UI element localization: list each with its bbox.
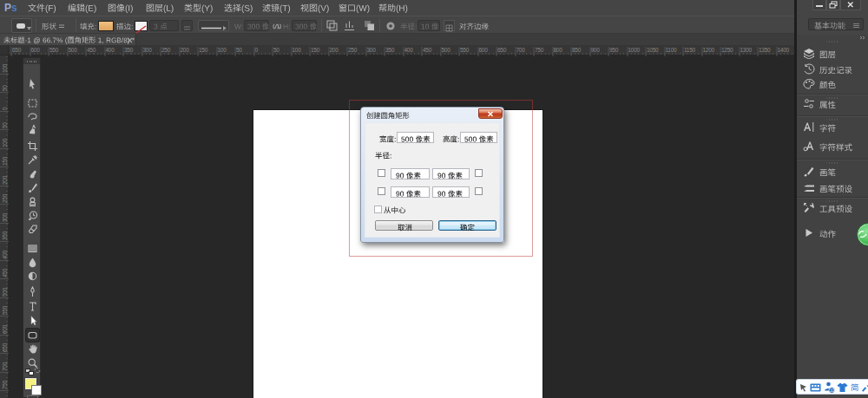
- svg-text:10: 10: [830, 388, 835, 393]
